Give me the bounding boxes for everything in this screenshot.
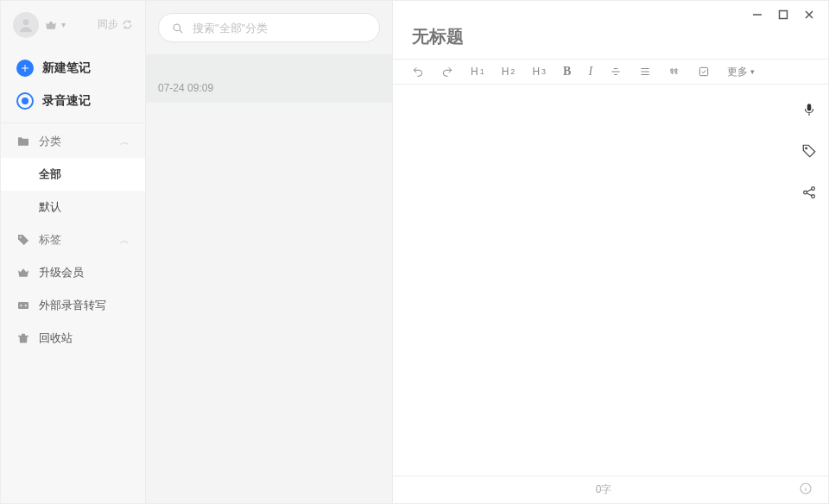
list-icon (639, 66, 651, 78)
redo-icon (441, 66, 453, 78)
new-note-label: 新建笔记 (42, 60, 91, 76)
minimize-button[interactable] (752, 9, 763, 22)
primary-actions: 新建笔记 录音速记 (1, 48, 145, 123)
svg-point-5 (174, 24, 180, 31)
folder-icon (16, 135, 30, 148)
recycle-bin[interactable]: 回收站 (1, 322, 145, 355)
profile-area[interactable]: ▾ 同步 (1, 1, 145, 48)
strikethrough-button[interactable] (610, 66, 622, 78)
minimize-icon (752, 9, 763, 20)
h1-button[interactable]: H1 (471, 66, 484, 78)
trash-icon (16, 331, 30, 345)
redo-button[interactable] (441, 66, 453, 78)
category-header-label: 分类 (39, 134, 61, 149)
svg-rect-8 (807, 104, 811, 110)
sync-icon (122, 19, 133, 30)
external-audio-label: 外部录音转写 (39, 298, 106, 313)
sync-button[interactable]: 同步 (98, 17, 133, 32)
chevron-up-icon: ︿ (120, 135, 130, 148)
h2-button[interactable]: H2 (502, 66, 516, 78)
tags-header[interactable]: 标签 ︿ (1, 224, 145, 256)
chevron-down-icon: ▾ (750, 67, 755, 76)
word-count: 0字 (596, 482, 612, 497)
recycle-label: 回收站 (39, 331, 73, 346)
more-button[interactable]: 更多 ▾ (727, 65, 755, 79)
svg-point-9 (805, 148, 807, 149)
search-icon (171, 22, 184, 35)
nav-tree: 分类 ︿ 全部 默认 标签 ︿ 升级会员 外部录音转写 (1, 123, 145, 355)
undo-button[interactable] (412, 66, 424, 78)
window-controls (752, 9, 814, 22)
svg-rect-6 (780, 11, 788, 19)
category-all-label: 全部 (39, 167, 61, 182)
svg-rect-7 (699, 67, 707, 75)
editor-footer: 0字 (393, 476, 828, 503)
microphone-icon (801, 102, 817, 117)
close-icon (804, 9, 814, 20)
italic-button[interactable]: I (588, 65, 592, 79)
cassette-icon (16, 299, 30, 312)
chevron-up-icon: ︿ (120, 234, 130, 247)
quote-icon (668, 66, 680, 78)
svg-point-0 (23, 19, 29, 25)
bold-button[interactable]: B (563, 65, 571, 79)
share-icon (801, 185, 817, 200)
microphone-button[interactable] (801, 102, 817, 121)
external-audio[interactable]: 外部录音转写 (1, 289, 145, 322)
svg-point-1 (20, 236, 22, 238)
record-icon (16, 92, 34, 110)
tag-button[interactable] (801, 143, 817, 162)
search-box[interactable] (158, 13, 380, 42)
maximize-button[interactable] (778, 9, 788, 22)
category-default-label: 默认 (39, 199, 61, 215)
category-header[interactable]: 分类 ︿ (1, 125, 145, 158)
editor-pane: H1 H2 H3 B I 更多 ▾ (393, 1, 828, 503)
category-all[interactable]: 全部 (1, 158, 145, 191)
crown-icon (16, 266, 30, 280)
vip-crown-icon (44, 18, 58, 32)
tags-header-label: 标签 (39, 232, 61, 248)
tag-icon (16, 233, 30, 247)
checkbox-button[interactable] (698, 66, 710, 78)
more-label: 更多 (727, 65, 748, 79)
new-note-button[interactable]: 新建笔记 (1, 52, 145, 85)
editor-toolbar: H1 H2 H3 B I 更多 ▾ (393, 59, 828, 85)
avatar-icon (17, 16, 35, 34)
svg-point-3 (20, 305, 22, 306)
plus-icon (16, 60, 34, 77)
strike-icon (610, 66, 622, 78)
category-default[interactable]: 默认 (1, 191, 145, 224)
svg-point-4 (25, 305, 27, 306)
search-wrap (146, 1, 392, 51)
editor-content[interactable] (393, 85, 788, 476)
avatar[interactable] (13, 12, 39, 38)
maximize-icon (778, 9, 788, 20)
upgrade-label: 升级会员 (39, 265, 84, 280)
voice-note-label: 录音速记 (42, 93, 91, 109)
profile-dropdown-caret[interactable]: ▾ (61, 20, 66, 29)
h3-button[interactable]: H3 (532, 66, 546, 78)
search-input[interactable] (191, 21, 367, 35)
info-icon (799, 482, 813, 495)
quote-button[interactable] (668, 66, 680, 78)
notes-column: 07-24 09:09 (146, 1, 393, 503)
note-list-item[interactable]: 07-24 09:09 (146, 54, 392, 103)
info-button[interactable] (799, 482, 813, 498)
tag-icon (801, 143, 817, 159)
close-button[interactable] (804, 9, 814, 22)
svg-rect-2 (18, 302, 28, 309)
upgrade-vip[interactable]: 升级会员 (1, 256, 145, 289)
list-button[interactable] (639, 66, 651, 78)
undo-icon (412, 66, 424, 78)
side-tools (788, 85, 828, 476)
sidebar: ▾ 同步 新建笔记 录音速记 分类 ︿ 全部 默认 (1, 1, 146, 503)
voice-note-button[interactable]: 录音速记 (1, 85, 145, 117)
sync-label: 同步 (98, 17, 118, 32)
note-time: 07-24 09:09 (158, 82, 380, 94)
share-button[interactable] (801, 185, 817, 204)
checkbox-icon (698, 66, 710, 78)
